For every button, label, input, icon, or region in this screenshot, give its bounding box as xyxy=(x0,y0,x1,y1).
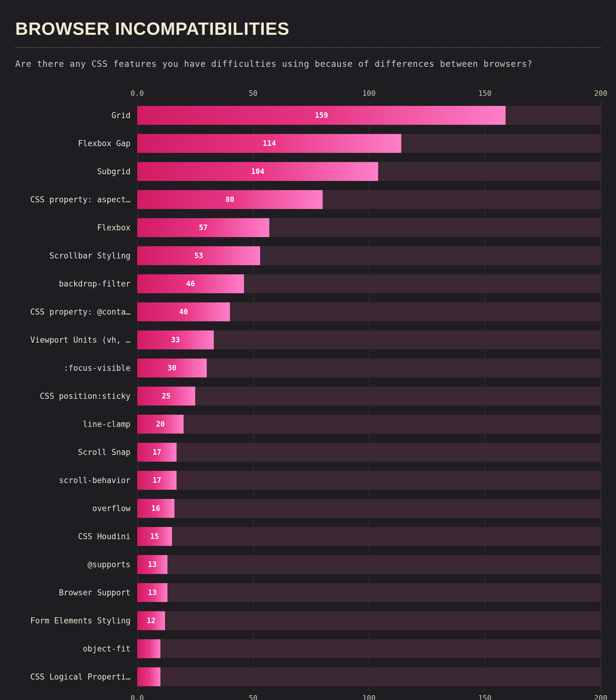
row-bar: 13 xyxy=(137,583,167,602)
bar-value: 17 xyxy=(153,448,161,457)
axis-tick-label: 100 xyxy=(362,89,375,98)
row-label: Scroll Snap xyxy=(15,448,137,457)
row-track: 17 xyxy=(137,471,601,490)
chart-row: :focus-visible30 xyxy=(15,354,601,382)
row-bar: 53 xyxy=(137,246,260,265)
row-track: 104 xyxy=(137,162,601,181)
row-track xyxy=(137,667,601,686)
chart-row: CSS property: @conta…40 xyxy=(15,298,601,326)
bar-value: 25 xyxy=(162,392,171,400)
chart-row: object-fit xyxy=(15,635,601,663)
row-label: CSS position:sticky xyxy=(15,391,137,401)
chart-row: @supports13 xyxy=(15,550,601,578)
row-label: CSS Houdini xyxy=(15,532,137,541)
bar-value: 104 xyxy=(251,167,265,176)
row-label: Viewport Units (vh, … xyxy=(15,335,137,345)
row-label: Form Elements Styling xyxy=(15,616,137,625)
bar-value: 46 xyxy=(186,279,195,288)
axis-tick-label: 50 xyxy=(249,694,258,700)
row-track: 80 xyxy=(137,190,601,209)
row-label: CSS property: aspect… xyxy=(15,195,137,204)
row-track xyxy=(137,639,601,658)
bar-value: 12 xyxy=(147,616,155,625)
chart-row: backdrop-filter46 xyxy=(15,270,601,298)
axis-tick-label: 150 xyxy=(478,694,491,700)
row-label: Flexbox Gap xyxy=(15,139,137,148)
row-track: 53 xyxy=(137,246,601,265)
row-track: 12 xyxy=(137,611,601,630)
chart-row: Browser Support13 xyxy=(15,578,601,607)
chart-row: Subgrid104 xyxy=(15,158,601,186)
row-track: 57 xyxy=(137,218,601,237)
row-label: CSS property: @conta… xyxy=(15,307,137,316)
row-track: 25 xyxy=(137,387,601,405)
chart-rows: Grid159Flexbox Gap114Subgrid104CSS prope… xyxy=(15,101,601,691)
row-bar: 46 xyxy=(137,274,244,293)
x-axis-top: 0.050100150200 xyxy=(15,86,601,101)
row-label: line-clamp xyxy=(15,420,137,429)
chart-row: Flexbox Gap114 xyxy=(15,129,601,158)
chart-row: scroll-behavior17 xyxy=(15,466,601,494)
row-track: 13 xyxy=(137,555,601,574)
bar-value: 20 xyxy=(156,420,165,428)
row-label: Scrollbar Styling xyxy=(15,251,137,260)
row-label: Subgrid xyxy=(15,167,137,176)
chart-subtitle: Are there any CSS features you have diff… xyxy=(15,59,601,69)
row-bar: 80 xyxy=(137,190,323,209)
row-bar: 12 xyxy=(137,611,165,630)
row-track: 159 xyxy=(137,106,601,125)
x-axis-bottom: 0.050100150200 xyxy=(15,691,601,700)
row-track: 46 xyxy=(137,274,601,293)
bar-value: 57 xyxy=(199,223,208,232)
row-label: scroll-behavior xyxy=(15,476,137,485)
row-track: 13 xyxy=(137,583,601,602)
bar-value: 40 xyxy=(179,308,188,316)
row-track: 20 xyxy=(137,415,601,434)
row-label: overflow xyxy=(15,504,137,513)
chart-row: CSS Houdini15 xyxy=(15,522,601,550)
bar-value: 33 xyxy=(171,336,180,344)
bar-value: 13 xyxy=(148,560,157,569)
row-bar: 15 xyxy=(137,527,172,546)
chart-title: BROWSER INCOMPATIBILITIES xyxy=(15,18,601,39)
bar-value: 159 xyxy=(315,111,328,120)
bar-value: 16 xyxy=(151,504,160,513)
bar-value: 13 xyxy=(148,588,157,597)
row-track: 17 xyxy=(137,443,601,462)
chart-area: 0.050100150200 Grid159Flexbox Gap114Subg… xyxy=(15,86,601,700)
row-bar: 16 xyxy=(137,499,175,518)
row-bar: 25 xyxy=(137,387,195,405)
chart-row: Form Elements Styling12 xyxy=(15,607,601,635)
axis-tick-label: 0.0 xyxy=(130,694,144,700)
row-bar: 114 xyxy=(137,134,401,153)
bar-value: 17 xyxy=(153,476,161,485)
bar-value: 80 xyxy=(226,195,234,204)
row-bar: 30 xyxy=(137,359,207,377)
axis-tick-label: 0.0 xyxy=(130,89,144,98)
bar-value: 53 xyxy=(194,251,203,260)
row-bar: 159 xyxy=(137,106,505,125)
chart-row: CSS property: aspect…80 xyxy=(15,186,601,214)
chart-row: line-clamp20 xyxy=(15,410,601,438)
axis-tick-label: 100 xyxy=(362,694,375,700)
bar-value: 30 xyxy=(168,364,177,372)
bar-value: 15 xyxy=(150,532,159,541)
row-label: :focus-visible xyxy=(15,363,137,373)
row-bar: 13 xyxy=(137,555,167,574)
row-label: @supports xyxy=(15,560,137,569)
row-label: CSS Logical Properti… xyxy=(15,672,137,682)
row-bar xyxy=(137,667,161,686)
chart-row: CSS position:sticky25 xyxy=(15,382,601,410)
row-bar xyxy=(137,639,161,658)
chart-row: Viewport Units (vh, …33 xyxy=(15,326,601,354)
row-bar: 17 xyxy=(137,471,177,490)
row-track: 15 xyxy=(137,527,601,546)
bar-value: 114 xyxy=(263,139,276,148)
row-bar: 104 xyxy=(137,162,378,181)
axis-tick-label: 50 xyxy=(249,89,258,98)
chart-row: Grid159 xyxy=(15,101,601,129)
chart-row: CSS Logical Properti… xyxy=(15,663,601,691)
row-label: backdrop-filter xyxy=(15,279,137,288)
chart-row: Scrollbar Styling53 xyxy=(15,242,601,270)
axis-tick-label: 150 xyxy=(478,89,491,98)
